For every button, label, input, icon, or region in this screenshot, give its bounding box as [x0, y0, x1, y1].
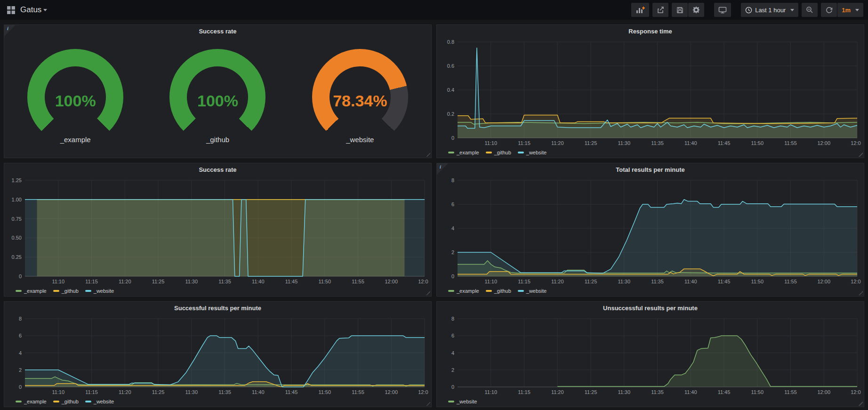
svg-text:11:35: 11:35: [218, 279, 231, 284]
panel-info-corner[interactable]: [437, 163, 448, 175]
panel-title[interactable]: Response time: [628, 28, 672, 35]
legend-item-_github[interactable]: _github: [53, 288, 79, 294]
svg-text:11:10: 11:10: [52, 389, 64, 395]
legend-swatch: [53, 401, 59, 402]
legend-label: _website: [526, 288, 547, 294]
svg-text:11:40: 11:40: [252, 389, 265, 395]
svg-text:11:45: 11:45: [285, 279, 298, 284]
refresh-interval-dropdown[interactable]: 1m: [837, 3, 863, 17]
legend-item-_example[interactable]: _example: [448, 288, 479, 294]
svg-text:0.2: 0.2: [447, 111, 454, 117]
svg-text:11:30: 11:30: [185, 279, 198, 284]
panel-title[interactable]: Total results per minute: [616, 166, 684, 173]
chart-canvas[interactable]: 0246811:1011:1511:2011:2511:3011:3511:40…: [440, 176, 861, 286]
svg-text:4: 4: [451, 350, 454, 356]
gauges-row: 100%_example100%_github78.34%_website: [4, 37, 431, 158]
legend-item-_website[interactable]: _website: [518, 150, 547, 155]
legend-item-_website[interactable]: _website: [85, 399, 114, 404]
chart-canvas[interactable]: 00.250.500.751.001.2511:1011:1511:2011:2…: [7, 176, 428, 286]
legend-item-_website[interactable]: _website: [448, 399, 477, 404]
svg-text:11:15: 11:15: [85, 389, 98, 395]
panel-resize-handle[interactable]: [858, 152, 863, 157]
zoom-out-button[interactable]: [802, 3, 818, 17]
svg-text:11:50: 11:50: [318, 389, 331, 395]
chart-canvas[interactable]: 00.20.40.60.811:1011:1511:2011:2511:3011…: [440, 37, 861, 147]
gauge-value: 100%: [27, 92, 123, 110]
refresh-icon: [826, 7, 833, 14]
svg-text:11:55: 11:55: [784, 140, 797, 146]
panel-success-rate-timeseries: Success rate 00.250.500.751.001.2511:101…: [4, 163, 432, 297]
gauge: 100%: [169, 49, 265, 145]
gauge: 100%: [27, 49, 123, 145]
legend-label: _github: [62, 288, 79, 294]
add-panel-button[interactable]: [631, 3, 649, 17]
chart-canvas[interactable]: 0246811:1011:1511:2011:2511:3011:3511:40…: [7, 314, 428, 396]
legend-item-_example[interactable]: _example: [16, 288, 47, 294]
svg-text:11:50: 11:50: [751, 140, 764, 146]
legend-item-_example[interactable]: _example: [16, 399, 47, 404]
svg-text:11:35: 11:35: [651, 140, 664, 146]
panel-title[interactable]: Success rate: [199, 28, 236, 35]
panel-title[interactable]: Unsuccessful results per minute: [603, 305, 698, 312]
dashboard-title-dropdown[interactable]: Gatus: [20, 5, 47, 15]
panel-resize-handle[interactable]: [858, 401, 863, 406]
panel-title[interactable]: Success rate: [199, 166, 236, 173]
gauge-_website: 78.34%_website: [289, 49, 430, 144]
svg-text:6: 6: [451, 333, 454, 338]
legend-swatch: [518, 152, 524, 153]
chart-canvas[interactable]: 0246811:1011:1511:2011:2511:3011:3511:40…: [440, 314, 861, 396]
legend-swatch: [486, 152, 492, 153]
legend-label: _website: [94, 288, 114, 294]
svg-text:12:00: 12:00: [385, 279, 398, 284]
chart-legend: _example_github_website: [437, 286, 864, 296]
legend-item-_website[interactable]: _website: [518, 288, 547, 294]
svg-text:6: 6: [451, 201, 454, 207]
panel-title[interactable]: Successful results per minute: [174, 305, 261, 312]
settings-button[interactable]: [688, 3, 704, 17]
svg-text:11:10: 11:10: [484, 279, 497, 284]
svg-text:11:45: 11:45: [718, 279, 731, 284]
svg-text:0: 0: [19, 273, 22, 279]
svg-text:11:40: 11:40: [252, 279, 265, 284]
legend-swatch: [85, 401, 91, 402]
panel-response-time: Response time 00.20.40.60.811:1011:1511:…: [436, 24, 864, 158]
svg-text:11:45: 11:45: [718, 140, 731, 146]
time-range-button[interactable]: Last 1 hour: [741, 3, 798, 17]
tv-mode-button[interactable]: [714, 3, 731, 17]
svg-text:11:25: 11:25: [585, 389, 597, 395]
save-button[interactable]: [672, 3, 688, 17]
svg-text:11:30: 11:30: [185, 389, 198, 395]
refresh-button[interactable]: [821, 3, 837, 17]
chart-legend: _example_github_website: [4, 396, 431, 407]
legend-item-_github[interactable]: _github: [486, 288, 511, 294]
svg-text:11:45: 11:45: [285, 389, 298, 395]
panel-resize-handle[interactable]: [426, 401, 430, 406]
share-button[interactable]: [652, 3, 668, 17]
legend-item-_website[interactable]: _website: [85, 288, 114, 294]
svg-text:11:55: 11:55: [784, 389, 797, 395]
svg-text:2: 2: [451, 367, 454, 373]
legend-item-_example[interactable]: _example: [448, 150, 479, 155]
panel-unsuccessful-results: Unsuccessful results per minute 0246811:…: [436, 301, 864, 407]
svg-text:8: 8: [451, 316, 454, 322]
panel-resize-handle[interactable]: [426, 152, 430, 157]
legend-item-_github[interactable]: _github: [53, 399, 79, 404]
dashboard-grid-icon[interactable]: [7, 6, 16, 15]
svg-text:11:10: 11:10: [484, 389, 497, 395]
svg-text:11:35: 11:35: [651, 279, 664, 284]
chevron-down-icon: [855, 9, 859, 11]
save-icon: [676, 7, 683, 14]
legend-swatch: [53, 290, 59, 292]
svg-text:11:55: 11:55: [352, 389, 364, 395]
panel-resize-handle[interactable]: [858, 290, 863, 295]
gauge-_github: 100%_github: [147, 49, 288, 144]
legend-label: _example: [457, 150, 479, 155]
svg-text:11:30: 11:30: [618, 140, 630, 146]
panel-info-corner[interactable]: [4, 25, 16, 36]
svg-text:11:15: 11:15: [518, 279, 530, 284]
panel-resize-handle[interactable]: [426, 290, 430, 295]
legend-item-_github[interactable]: _github: [486, 150, 511, 155]
svg-text:11:50: 11:50: [318, 279, 331, 284]
svg-text:11:40: 11:40: [684, 140, 697, 146]
svg-text:0.8: 0.8: [447, 39, 454, 45]
